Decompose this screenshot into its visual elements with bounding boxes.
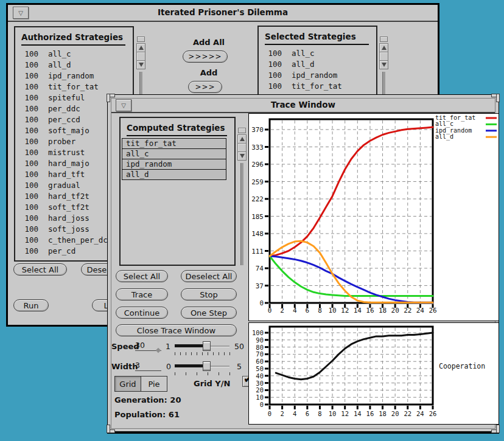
scrollbar-cable[interactable] (240, 163, 243, 265)
y-tick-label: 90 (256, 336, 264, 344)
stop-button[interactable]: Stop (181, 288, 237, 300)
x-tick-label: 12 (341, 307, 349, 314)
grid-view-button[interactable]: Grid (115, 377, 141, 391)
y-tick-label: 296 (251, 161, 264, 168)
scrollbar-elevator[interactable] (237, 135, 247, 161)
trace-window-titlebar[interactable]: Trace Window (111, 99, 495, 113)
width-slider-thumb[interactable] (203, 361, 211, 371)
scrollbar-drag-box[interactable] (136, 52, 145, 61)
close-trace-window-button[interactable]: Close Trace Window (116, 324, 237, 336)
computed-strategies-heading: Computed Strategies (127, 123, 227, 136)
scrollbar-top-anchor[interactable] (137, 36, 145, 42)
resize-corner[interactable] (107, 425, 115, 433)
strategy-name: tit_for_tat (292, 82, 342, 91)
legend-label: all_d (435, 133, 453, 141)
strategy-name: all_c (292, 49, 315, 58)
resize-corner[interactable] (107, 94, 115, 102)
trace-window-menu-button[interactable]: ▽ (116, 99, 131, 111)
x-tick-label: 6 (306, 410, 309, 417)
strategy-row[interactable]: 100ipd_random (259, 69, 376, 80)
resize-corner[interactable] (491, 94, 500, 102)
strategy-name: per_ccd (48, 115, 80, 124)
add-all-button[interactable]: >>>>> (183, 50, 228, 63)
y-tick (265, 382, 268, 384)
x-tick (294, 406, 296, 409)
main-window-titlebar[interactable]: Iterated Prisoner's Dilemma (8, 5, 438, 22)
continue-button[interactable]: Continue (116, 307, 168, 319)
x-tick-label: 24 (416, 307, 425, 314)
one-step-button[interactable]: One Step (181, 307, 237, 319)
computed-strategy-item[interactable]: tit_for_tat (122, 138, 226, 149)
scrollbar-elevator[interactable] (136, 44, 145, 69)
x-tick (407, 406, 408, 409)
strategy-row[interactable]: 100ipd_random (15, 70, 133, 81)
x-tick (344, 406, 346, 409)
y-tick (265, 129, 268, 131)
y-tick (265, 353, 268, 355)
computed-strategies-list: tit_for_tatall_cipd_randomall_d (122, 139, 226, 180)
y-tick (265, 332, 268, 334)
y-tick-label: 148 (251, 230, 264, 238)
width-slider[interactable] (175, 361, 229, 371)
run-button[interactable]: Run (13, 299, 49, 311)
scroll-up-button[interactable] (237, 134, 247, 144)
slider-track-filled[interactable] (175, 364, 205, 367)
computed-strategy-item[interactable]: all_d (122, 169, 226, 180)
speed-slider-thumb[interactable] (203, 341, 211, 351)
strategy-row[interactable]: 100all_c (259, 47, 376, 58)
scrollbar-drag-box[interactable] (379, 52, 388, 61)
generation-label: Generation: (114, 395, 167, 405)
strategy-name: all_c (48, 49, 71, 58)
strategy-row[interactable]: 100all_d (259, 58, 376, 69)
trace-select-all-button[interactable]: Select All (116, 270, 168, 282)
scrollbar-top-anchor[interactable] (380, 36, 388, 42)
scroll-down-button[interactable] (136, 60, 145, 69)
x-tick (306, 406, 308, 409)
computed-scrollbar[interactable] (237, 128, 247, 265)
trace-deselect-all-button[interactable]: Deselect All (181, 270, 237, 282)
strategy-row[interactable]: 100tit_for_tat (259, 80, 376, 91)
y-tick-label: 20 (256, 386, 264, 394)
trace-button[interactable]: Trace (116, 288, 168, 300)
scrollbar-top-anchor[interactable] (238, 128, 246, 133)
scroll-down-button[interactable] (237, 151, 247, 161)
x-tick-label: 16 (366, 307, 374, 314)
strategy-name: per_ddc (48, 104, 80, 113)
x-tick (382, 406, 383, 409)
strategy-count: 100 (15, 126, 38, 135)
scroll-down-button[interactable] (379, 60, 388, 69)
width-min-label: 0 (166, 362, 171, 371)
strategy-count: 100 (15, 192, 38, 201)
x-tick-label: 18 (379, 307, 387, 314)
add-button[interactable]: >>> (188, 81, 222, 93)
speed-field[interactable]: 30 (135, 341, 161, 351)
strategy-row[interactable]: 100tit_for_tat (15, 81, 133, 92)
strategy-row[interactable]: 100all_c (15, 48, 133, 59)
authorized-strategies-heading: Authorized Strategies (21, 32, 125, 46)
x-tick-label: 14 (354, 410, 362, 417)
computed-strategy-item[interactable]: ipd_random (122, 159, 226, 170)
strategy-name: soft_majo (48, 126, 89, 135)
x-tick-label: 12 (341, 410, 349, 417)
main-window-menu-button[interactable]: ▽ (13, 7, 29, 19)
scroll-up-button[interactable] (136, 43, 145, 52)
slider-track-filled[interactable] (175, 344, 205, 347)
y-tick (265, 375, 268, 377)
main-select-all-button[interactable]: Select All (13, 263, 67, 276)
scrollbar-drag-box[interactable] (237, 143, 247, 152)
selected-strategies-heading: Selected Strategies (265, 32, 369, 45)
speed-slider[interactable] (175, 341, 229, 351)
pie-view-button[interactable]: Pie (141, 377, 167, 391)
y-tick (265, 302, 268, 304)
resize-corner[interactable] (491, 425, 500, 433)
scroll-up-button[interactable] (379, 43, 388, 52)
strategy-row[interactable]: 100all_d (15, 59, 133, 70)
speed-max-label: 50 (234, 342, 244, 351)
y-tick (265, 181, 268, 182)
width-field[interactable]: 3 (135, 361, 161, 371)
scrollbar-elevator[interactable] (379, 44, 388, 69)
y-tick (265, 285, 268, 286)
x-tick (281, 406, 283, 409)
computed-strategy-item[interactable]: all_c (122, 148, 226, 159)
y-tick-label: 333 (251, 144, 264, 151)
